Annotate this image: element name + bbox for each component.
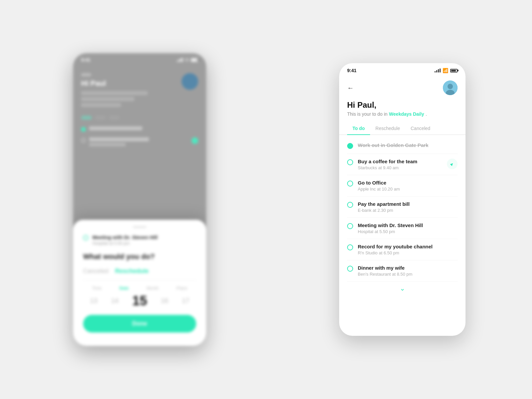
todo-sub-3: Apple Inc at 10.20 am <box>358 187 458 192</box>
todo-content-5: Meeting with Dr. Steven Hill Hospital at… <box>358 222 458 234</box>
left-dot-1 <box>81 127 86 132</box>
todo-circle-4 <box>347 202 353 208</box>
todo-item-6[interactable]: Record for my youtube channel R'n Studio… <box>347 239 458 260</box>
todo-circle-1 <box>347 143 353 149</box>
right-signal-icon <box>435 68 441 72</box>
left-dot-2 <box>81 138 86 143</box>
right-avatar <box>443 80 458 95</box>
todo-content-7: Dinner with my wife Ben's Restaurant at … <box>358 265 458 277</box>
left-wifi-icon: ☉ <box>185 58 189 63</box>
todo-content-6: Record for my youtube channel R'n Studio… <box>358 244 458 255</box>
todo-title-3: Go to Office <box>358 180 458 186</box>
todo-item-1: Work out in Golden Gate Park <box>347 138 458 154</box>
chevron-down[interactable]: ⌄ <box>347 282 458 295</box>
canceled-button[interactable]: Canceled <box>83 268 108 275</box>
todo-content-3: Go to Office Apple Inc at 10.20 am <box>358 180 458 192</box>
left-item-text-1 <box>89 126 142 132</box>
todo-circle-6 <box>347 244 353 250</box>
todo-sub-4: E-bank at 2.30 pm <box>358 208 458 213</box>
greeting-sub-text: This is your to do in <box>347 111 387 117</box>
tabs-row: To do Reschedule Canceled <box>339 122 466 135</box>
todo-item-7[interactable]: Dinner with my wife Ben's Restaurant at … <box>347 260 458 282</box>
scene: 9:41 ☉ Hi Paul <box>0 0 532 399</box>
todo-title-6: Record for my youtube channel <box>358 244 458 249</box>
left-item-text-2 <box>89 137 149 146</box>
right-battery-icon <box>450 69 458 72</box>
back-button[interactable]: ← <box>347 84 354 92</box>
todo-sub-2: Starbucks at 9.40 am <box>358 165 442 170</box>
left-tabs <box>81 116 198 120</box>
left-list-item-1 <box>81 126 198 132</box>
greeting-section: Hi Paul, This is your to do in Weekdays … <box>339 99 466 122</box>
todo-sub-6: R'n Studio at 6.50 pm <box>358 250 458 255</box>
todo-sub-5: Hospital at 5.50 pm <box>358 229 458 234</box>
todo-circle-7 <box>347 266 353 272</box>
left-status-bar: 9:41 ☉ <box>73 53 206 66</box>
svg-point-1 <box>448 84 453 89</box>
todo-content-4: Pay the apartment bill E-bank at 2.30 pm <box>358 201 458 213</box>
left-tab-reschedule <box>95 116 106 120</box>
left-list-item-2 <box>81 137 198 146</box>
left-nav-dot <box>192 137 198 144</box>
left-signal-icon <box>177 58 183 62</box>
todo-item-3[interactable]: Go to Office Apple Inc at 10.20 am <box>347 175 458 197</box>
todo-title-7: Dinner with my wife <box>358 265 458 271</box>
left-tab-canceled <box>109 116 120 120</box>
picker-labels: Time Date Month Place <box>83 286 196 291</box>
picker-num-13[interactable]: 13 <box>90 297 97 305</box>
todo-list: Work out in Golden Gate Park Buy a coffe… <box>339 138 466 295</box>
picker-label-date: Date <box>119 286 129 291</box>
greeting-name: Hi Paul, <box>347 100 458 110</box>
sheet-item-sub: Hospital at 5.50 pm <box>92 241 158 246</box>
nav-icon-2[interactable]: ▲ <box>447 159 458 169</box>
picker-num-15[interactable]: 15 <box>132 293 147 308</box>
greeting-highlight: Weekdays Daily <box>389 111 424 117</box>
left-tab-todo <box>81 116 92 120</box>
left-greeting: Hi Paul <box>81 79 148 88</box>
picker-num-17[interactable]: 17 <box>182 297 189 305</box>
right-status-icons: 📶 <box>435 68 458 73</box>
sheet-item-content: Meeting with Dr. Steven Hill Hospital at… <box>92 234 158 246</box>
done-button[interactable]: Done <box>83 315 196 332</box>
sheet-list-item: Meeting with Dr. Steven Hill Hospital at… <box>83 234 196 246</box>
picker-label-place: Place <box>177 286 188 291</box>
sheet-dot <box>83 235 88 240</box>
what-question: What would you do? <box>83 252 196 261</box>
tab-reschedule[interactable]: Reschedule <box>370 122 405 134</box>
todo-item-4[interactable]: Pay the apartment bill E-bank at 2.30 pm <box>347 197 458 218</box>
phone-right: 9:41 📶 ← Hi Paul, <box>339 63 466 336</box>
sheet-handle <box>133 226 146 228</box>
reschedule-button[interactable]: Reschedule <box>115 268 149 275</box>
todo-item-5[interactable]: Meeting with Dr. Steven Hill Hospital at… <box>347 218 458 239</box>
todo-circle-5 <box>347 223 353 229</box>
todo-title-1: Work out in Golden Gate Park <box>358 142 458 148</box>
right-time: 9:41 <box>347 68 356 73</box>
picker-label-time: Time <box>92 286 101 291</box>
greeting-period: . <box>426 111 427 117</box>
tab-canceled[interactable]: Canceled <box>405 122 436 134</box>
left-avatar <box>182 73 198 90</box>
todo-title-5: Meeting with Dr. Steven Hill <box>358 222 458 228</box>
picker-num-16[interactable]: 16 <box>161 297 168 305</box>
todo-title-2: Buy a coffee for the team <box>358 159 442 164</box>
action-buttons: Canceled Reschedule <box>83 268 196 275</box>
nav-arrow-2: ▲ <box>449 160 456 167</box>
avatar-image <box>443 80 458 95</box>
todo-circle-3 <box>347 181 353 187</box>
picker-label-month: Month <box>147 286 159 291</box>
todo-content-2: Buy a coffee for the team Starbucks at 9… <box>358 159 442 170</box>
picker-numbers[interactable]: 13 14 15 16 17 <box>83 293 196 308</box>
sheet-item-title: Meeting with Dr. Steven Hill <box>92 234 158 240</box>
todo-circle-2 <box>347 159 353 165</box>
bottom-sheet: Meeting with Dr. Steven Hill Hospital at… <box>73 220 206 346</box>
picker-num-14[interactable]: 14 <box>111 297 118 305</box>
todo-item-2[interactable]: Buy a coffee for the team Starbucks at 9… <box>347 154 458 175</box>
phone-left: 9:41 ☉ Hi Paul <box>73 53 206 346</box>
left-time: 9:41 <box>81 57 90 63</box>
greeting-subtitle: This is your to do in Weekdays Daily . <box>347 111 458 117</box>
left-battery-icon <box>191 58 198 62</box>
divider <box>83 280 196 280</box>
right-header: ← <box>339 78 466 99</box>
todo-title-4: Pay the apartment bill <box>358 201 458 207</box>
tab-todo[interactable]: To do <box>347 122 370 134</box>
